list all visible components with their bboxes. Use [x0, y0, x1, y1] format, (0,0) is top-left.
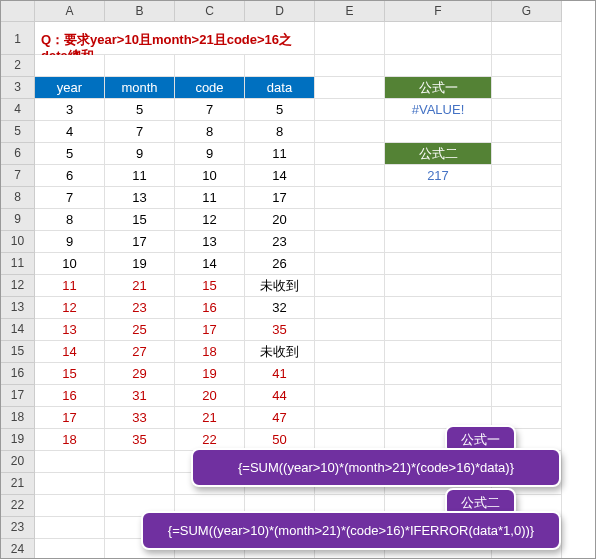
- cell[interactable]: [385, 385, 492, 407]
- col-header-D[interactable]: D: [245, 1, 315, 22]
- cell[interactable]: [315, 209, 385, 231]
- cell-year[interactable]: 13: [35, 319, 105, 341]
- row-header-2[interactable]: 2: [1, 55, 35, 77]
- row-header[interactable]: 14: [1, 319, 35, 341]
- row-header-4[interactable]: 4: [1, 99, 35, 121]
- cell-month[interactable]: 21: [105, 275, 175, 297]
- cell[interactable]: [492, 385, 562, 407]
- cell[interactable]: [315, 297, 385, 319]
- row-header-5[interactable]: 5: [1, 121, 35, 143]
- cell-month[interactable]: 15: [105, 209, 175, 231]
- cell-year[interactable]: 9: [35, 231, 105, 253]
- cell-code[interactable]: 20: [175, 385, 245, 407]
- formula1-label[interactable]: 公式一: [385, 77, 492, 99]
- cell-code[interactable]: 21: [175, 407, 245, 429]
- cell[interactable]: [315, 143, 385, 165]
- cell-data[interactable]: 44: [245, 385, 315, 407]
- cell[interactable]: [385, 209, 492, 231]
- row-header[interactable]: 22: [1, 495, 35, 517]
- row-header[interactable]: 11: [1, 253, 35, 275]
- cell-year[interactable]: 5: [35, 143, 105, 165]
- table-header-month[interactable]: month: [105, 77, 175, 99]
- cell[interactable]: [315, 22, 385, 55]
- cell-month[interactable]: 17: [105, 231, 175, 253]
- cell-data[interactable]: 未收到: [245, 275, 315, 297]
- cell-data[interactable]: 14: [245, 165, 315, 187]
- cell[interactable]: [385, 319, 492, 341]
- row-header[interactable]: 18: [1, 407, 35, 429]
- cell[interactable]: [492, 143, 562, 165]
- cell[interactable]: [492, 297, 562, 319]
- cell-month[interactable]: 33: [105, 407, 175, 429]
- cell[interactable]: [385, 363, 492, 385]
- cell-code[interactable]: 19: [175, 363, 245, 385]
- cell[interactable]: [175, 55, 245, 77]
- formula2-result[interactable]: 217: [385, 165, 492, 187]
- cell-code[interactable]: 17: [175, 319, 245, 341]
- cell[interactable]: [385, 121, 492, 143]
- cell[interactable]: [385, 341, 492, 363]
- cell-data[interactable]: 5: [245, 99, 315, 121]
- cell[interactable]: [315, 187, 385, 209]
- cell-data[interactable]: 32: [245, 297, 315, 319]
- row-header-3[interactable]: 3: [1, 77, 35, 99]
- cell-code[interactable]: 12: [175, 209, 245, 231]
- cell[interactable]: [492, 187, 562, 209]
- cell-data[interactable]: 20: [245, 209, 315, 231]
- cell-year[interactable]: 7: [35, 187, 105, 209]
- cell[interactable]: [385, 275, 492, 297]
- cell-code[interactable]: 16: [175, 297, 245, 319]
- cell[interactable]: [245, 55, 315, 77]
- cell[interactable]: [492, 341, 562, 363]
- cell[interactable]: [35, 451, 105, 473]
- cell-month[interactable]: 27: [105, 341, 175, 363]
- cell-month[interactable]: 7: [105, 121, 175, 143]
- table-header-year[interactable]: year: [35, 77, 105, 99]
- row-header[interactable]: 10: [1, 231, 35, 253]
- cell-year[interactable]: 12: [35, 297, 105, 319]
- cell-year[interactable]: 17: [35, 407, 105, 429]
- cell[interactable]: [315, 55, 385, 77]
- cell-month[interactable]: 35: [105, 429, 175, 451]
- cell[interactable]: [315, 77, 385, 99]
- cell[interactable]: [315, 319, 385, 341]
- cell[interactable]: [315, 385, 385, 407]
- cell[interactable]: [105, 55, 175, 77]
- cell[interactable]: [492, 275, 562, 297]
- cell[interactable]: [492, 55, 562, 77]
- cell[interactable]: [492, 99, 562, 121]
- cell[interactable]: [35, 495, 105, 517]
- cell[interactable]: [35, 473, 105, 495]
- formula2-label[interactable]: 公式二: [385, 143, 492, 165]
- cell-code[interactable]: 11: [175, 187, 245, 209]
- cell-month[interactable]: 9: [105, 143, 175, 165]
- cell[interactable]: [492, 319, 562, 341]
- col-header-C[interactable]: C: [175, 1, 245, 22]
- cell[interactable]: [385, 297, 492, 319]
- cell-month[interactable]: 25: [105, 319, 175, 341]
- cell-data[interactable]: 17: [245, 187, 315, 209]
- col-header-B[interactable]: B: [105, 1, 175, 22]
- row-header[interactable]: 13: [1, 297, 35, 319]
- row-header[interactable]: 19: [1, 429, 35, 451]
- cell-code[interactable]: 18: [175, 341, 245, 363]
- cell-year[interactable]: 10: [35, 253, 105, 275]
- cell[interactable]: [492, 231, 562, 253]
- cell-month[interactable]: 31: [105, 385, 175, 407]
- cell-year[interactable]: 6: [35, 165, 105, 187]
- cell[interactable]: [385, 22, 492, 55]
- cell-code[interactable]: 9: [175, 143, 245, 165]
- cell[interactable]: [35, 55, 105, 77]
- cell-month[interactable]: 11: [105, 165, 175, 187]
- cell[interactable]: [385, 55, 492, 77]
- cell-code[interactable]: 15: [175, 275, 245, 297]
- cell-code[interactable]: 14: [175, 253, 245, 275]
- cell-code[interactable]: 10: [175, 165, 245, 187]
- cell-data[interactable]: 47: [245, 407, 315, 429]
- cell[interactable]: [492, 77, 562, 99]
- cell-data[interactable]: 26: [245, 253, 315, 275]
- col-header-G[interactable]: G: [492, 1, 562, 22]
- cell-year[interactable]: 18: [35, 429, 105, 451]
- cell-year[interactable]: 11: [35, 275, 105, 297]
- cell-data[interactable]: 未收到: [245, 341, 315, 363]
